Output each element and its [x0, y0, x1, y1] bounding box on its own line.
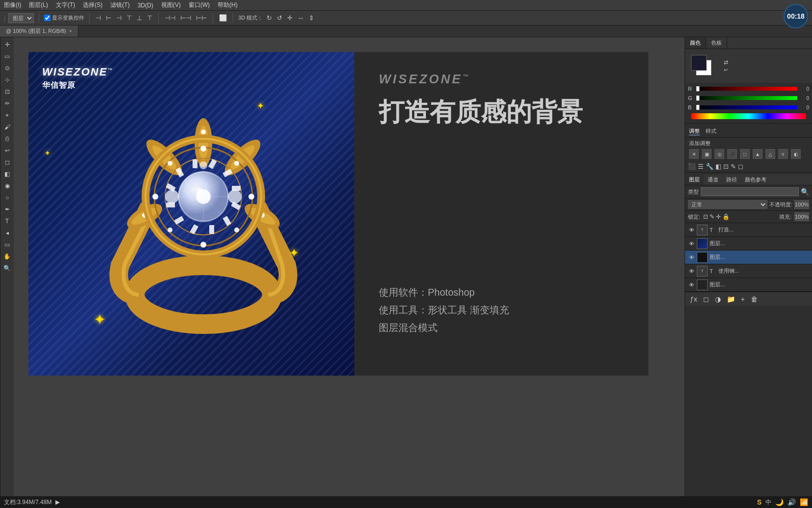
input-method-zh[interactable]: 中: [765, 498, 771, 507]
levels-adj-icon[interactable]: ▣: [702, 149, 712, 159]
layer-visibility-4[interactable]: 👁: [688, 268, 695, 275]
g-slider[interactable]: [696, 96, 797, 100]
layer-search-input[interactable]: [701, 187, 799, 196]
delete-layer-button[interactable]: 🗑: [749, 294, 760, 304]
panel-icon-5[interactable]: ⊡: [723, 163, 729, 170]
lock-pixels-icon[interactable]: ✎: [710, 213, 714, 220]
reset-colors-icon[interactable]: ↩: [724, 67, 728, 73]
align-center-h-icon[interactable]: ⊢: [105, 13, 112, 23]
input-method-s[interactable]: S: [757, 498, 762, 506]
distribute-center-h-icon[interactable]: ⊢⊣: [179, 13, 192, 23]
align-right-icon[interactable]: ⊣: [115, 13, 123, 23]
menu-item-help[interactable]: 帮助(H): [218, 1, 238, 9]
brightness-adj-icon[interactable]: ☀: [689, 149, 699, 159]
color-ref-tab[interactable]: 颜色参考: [741, 175, 770, 185]
toolbar-layer-select[interactable]: 图层: [8, 13, 34, 23]
canvas-icon[interactable]: ⬜: [218, 13, 228, 23]
blend-mode-select[interactable]: 正常: [688, 200, 767, 209]
stamp-tool[interactable]: ⎙: [2, 133, 13, 144]
layer-item-图层5[interactable]: 👁 图层...: [685, 278, 812, 292]
lock-all-icon[interactable]: 🔒: [722, 213, 730, 220]
show-controls-checkbox[interactable]: 显示变换控件: [44, 14, 84, 22]
menu-item-type[interactable]: 文字(T): [56, 1, 75, 9]
align-bottom-icon[interactable]: ⊤: [146, 13, 153, 23]
zoom-tool[interactable]: 🔍: [2, 263, 13, 274]
align-center-v-icon[interactable]: ⊥: [136, 13, 143, 23]
layer-visibility-2[interactable]: 👁: [688, 240, 695, 247]
hsl-adj-icon[interactable]: ▲: [753, 149, 763, 159]
crop-tool[interactable]: ⊡: [2, 86, 13, 97]
spectrum-bar[interactable]: [691, 113, 806, 119]
layer-item-图层2[interactable]: 👁 图层...: [685, 237, 812, 251]
layers-tab[interactable]: 图层: [685, 175, 704, 185]
pen-tool[interactable]: ✒: [2, 204, 13, 215]
canvas-area[interactable]: WISEZONE™ 华信智原: [14, 37, 685, 496]
layer-adjustment-button[interactable]: ◑: [713, 294, 723, 304]
lock-position-icon[interactable]: ✛: [716, 213, 721, 220]
menu-item-3d[interactable]: 3D(D): [138, 2, 153, 9]
select-tool[interactable]: ▭: [2, 51, 13, 62]
color-tab[interactable]: 颜色: [685, 37, 706, 49]
hand-tool[interactable]: ✋: [2, 251, 13, 262]
volume-icon[interactable]: 🔊: [787, 498, 796, 506]
exposure-adj-icon[interactable]: ⬛: [727, 149, 737, 159]
distribute-right-icon[interactable]: ⊢⊢: [195, 13, 208, 23]
paths-tab[interactable]: 路径: [722, 175, 741, 185]
panel-icon-7[interactable]: ◻: [738, 163, 743, 170]
moon-icon[interactable]: 🌙: [775, 498, 784, 506]
styles-tab[interactable]: 样式: [706, 127, 716, 135]
panel-icon-3[interactable]: 🔧: [706, 163, 714, 170]
3d-pan-icon[interactable]: ✛: [286, 13, 294, 23]
layer-fx-button[interactable]: ƒx: [688, 294, 699, 304]
history-tool[interactable]: ↩: [2, 145, 13, 156]
menu-item-select[interactable]: 选择(S): [83, 1, 102, 9]
tab-close-button[interactable]: ×: [69, 28, 72, 34]
swatches-tab[interactable]: 色板: [706, 37, 727, 49]
panel-icon-6[interactable]: ✎: [731, 163, 736, 170]
swap-colors-icon[interactable]: ⇄: [724, 59, 728, 66]
r-slider[interactable]: [696, 87, 797, 91]
eyedropper-tool[interactable]: ✏: [2, 98, 13, 109]
foreground-color-swatch[interactable]: [691, 55, 707, 71]
3d-rotate-icon[interactable]: ↻: [266, 13, 273, 23]
layer-item-打造[interactable]: 👁 T T 打造...: [685, 223, 812, 237]
panel-icon-2[interactable]: ☰: [698, 163, 704, 170]
layer-item-图层3[interactable]: 👁 图层...: [685, 251, 812, 264]
heal-tool[interactable]: ⌖: [2, 110, 13, 121]
3d-zoom-icon[interactable]: ⇕: [308, 13, 315, 23]
align-top-icon[interactable]: ⊤: [125, 13, 133, 23]
lasso-tool[interactable]: ⊙: [2, 63, 13, 74]
menu-item-filter[interactable]: 滤镜(T): [110, 1, 129, 9]
photofilter-adj-icon[interactable]: ◐: [791, 149, 801, 159]
3d-roll-icon[interactable]: ↺: [276, 13, 283, 23]
vibrance-adj-icon[interactable]: □: [740, 149, 750, 159]
3d-slide-icon[interactable]: ↔: [296, 13, 305, 23]
layer-visibility-3[interactable]: 👁: [688, 254, 695, 261]
panel-icon-4[interactable]: ◧: [715, 163, 721, 170]
eraser-tool[interactable]: ◻: [2, 157, 13, 168]
layer-group-button[interactable]: 📁: [725, 294, 737, 304]
adjustments-tab[interactable]: 调整: [689, 127, 700, 135]
brush-tool[interactable]: 🖌: [2, 122, 13, 132]
layer-item-使用钢[interactable]: 👁 T T 使用钢...: [685, 264, 812, 278]
align-left-icon[interactable]: ⊣: [95, 13, 102, 23]
b-slider[interactable]: [696, 105, 797, 109]
dodge-tool[interactable]: ○: [2, 192, 13, 203]
opacity-input[interactable]: [794, 200, 809, 209]
curves-adj-icon[interactable]: ◎: [714, 149, 724, 159]
colorbalance-adj-icon[interactable]: △: [765, 149, 775, 159]
wand-tool[interactable]: ⊹: [2, 75, 13, 85]
layer-filter-toggle[interactable]: 🔍: [801, 188, 809, 196]
shape-tool[interactable]: ▭: [2, 239, 13, 250]
move-tool[interactable]: ✛: [2, 39, 13, 50]
panel-icon-1[interactable]: ⬛: [688, 163, 696, 170]
fill-input[interactable]: [794, 212, 809, 221]
lock-transparent-icon[interactable]: ⊡: [703, 213, 708, 220]
layer-visibility-5[interactable]: 👁: [688, 281, 695, 288]
layer-visibility-1[interactable]: 👁: [688, 227, 695, 233]
path-select-tool[interactable]: ◂: [2, 228, 13, 238]
new-layer-button[interactable]: +: [739, 294, 747, 304]
menu-item-image[interactable]: 图像(I): [4, 1, 21, 9]
menu-item-view[interactable]: 视图(V): [161, 1, 181, 9]
menu-item-window[interactable]: 窗口(W): [189, 1, 210, 9]
